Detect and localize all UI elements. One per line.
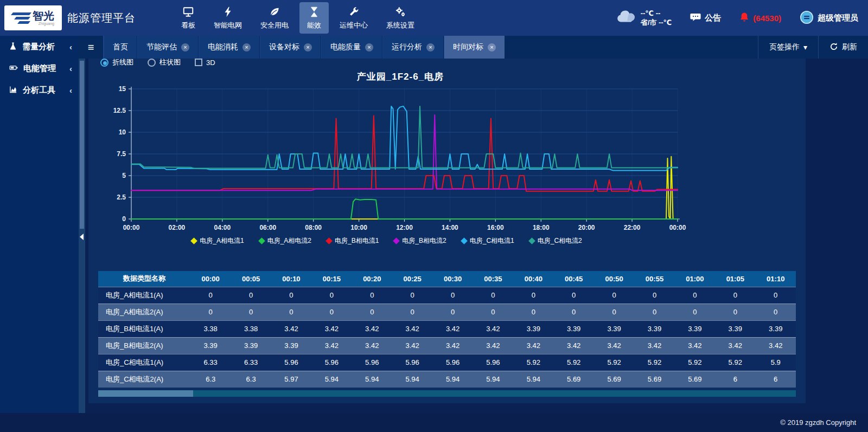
sidebar-item-需量分析[interactable]: 需量分析‹ [0,36,79,57]
value-cell: 0 [675,287,715,304]
topbar: 智光 Zhiguang 能源管理平台 看板智能电网安全用电能效运维中心系统设置 … [0,0,868,36]
table-row[interactable]: 电房_C相电流2(A)6.36.35.975.945.945.945.945.9… [98,371,796,388]
value-cell: 3.42 [554,337,594,354]
x-tick-label: 14:00 [442,224,458,231]
value-cell: 3.39 [190,337,231,354]
y-tick-label: 0 [122,215,126,223]
battery-icon [9,63,18,74]
tab-label: 设备对标 [269,42,299,52]
tab-电能消耗[interactable]: 电能消耗× [199,36,260,59]
value-cell: 5.96 [271,354,311,371]
content-area: 折线图柱状图3D 产业园_1F2-6_电房 02.557.51012.51500… [85,59,868,413]
main-nav: 看板智能电网安全用电能效运维中心系统设置 [174,0,422,36]
table-row[interactable]: 电房_B相电流1(A)3.383.383.423.423.423.423.423… [98,320,796,337]
footer: © 2019 zgzdh Copyright [0,413,868,432]
value-cell: 5.69 [634,371,674,388]
refresh-button[interactable]: 刷新 [818,36,868,59]
table-hscrollbar-track[interactable] [98,390,796,397]
table-row[interactable]: 电房_A相电流2(A)000000000000000 [98,304,796,320]
table-hscrollbar-thumb[interactable] [98,390,193,397]
nav-item-label: 看板 [181,21,195,30]
value-cell: 5.96 [392,354,432,371]
legend-item-电房_B相电流2[interactable]: 电房_B相电流2 [394,236,446,246]
legend-item-电房_C相电流2[interactable]: 电房_C相电流2 [529,236,582,246]
legend-item-电房_A相电流1[interactable]: 电房_A相电流1 [192,236,244,246]
user-menu[interactable]: 超级管理员 [800,10,858,26]
nav-item-看板[interactable]: 看板 [174,2,203,34]
tab-close-icon[interactable]: × [242,43,251,51]
row-name-cell: 电房_B相电流1(A) [98,320,190,337]
sidebar-item-分析工具[interactable]: 分析工具‹ [0,79,79,101]
tab-节能评估[interactable]: 节能评估× [137,36,199,59]
value-cell: 0 [634,287,674,304]
y-tick-label: 12.5 [113,107,126,114]
chevron-down-icon: ▾ [803,43,807,51]
value-cell: 0 [715,304,755,320]
nav-item-系统设置[interactable]: 系统设置 [379,2,422,34]
row-name-cell: 电房_B相电流2(A) [98,337,190,354]
tab-电能质量[interactable]: 电能质量× [321,36,382,59]
tab-运行分析[interactable]: 运行分析× [382,36,444,59]
refresh-icon [829,42,838,53]
tabbar: ≡ 首页节能评估×电能消耗×设备对标×电能质量×运行分析×时间对标× 页签操作 … [79,36,868,59]
legend-item-电房_A相电流2[interactable]: 电房_A相电流2 [259,236,311,246]
value-cell: 0 [190,304,231,320]
nav-item-运维中心[interactable]: 运维中心 [332,2,375,34]
tab-时间对标[interactable]: 时间对标× [444,36,505,59]
value-cell: 0 [271,304,311,320]
table-col-header: 00:00 [190,271,231,287]
radio-折线图[interactable]: 折线图 [100,59,133,67]
tab-close-icon[interactable]: × [488,43,496,51]
sidebar-item-label: 需量分析 [22,42,55,52]
notice-button[interactable]: 公告 [690,12,721,24]
sidebar-collapse-handle[interactable] [80,234,84,240]
value-cell: 3.42 [675,337,715,354]
legend-item-电房_C相电流1[interactable]: 电房_C相电流1 [462,236,514,246]
x-tick-label: 06:00 [259,224,276,231]
tab-首页[interactable]: 首页 [104,36,137,59]
legend-marker [393,237,400,244]
value-cell: 0 [594,287,634,304]
sidebar-item-电能管理[interactable]: 电能管理‹ [0,57,79,79]
value-cell: 0 [513,304,553,320]
table-col-header: 01:10 [755,271,796,287]
row-name-cell: 电房_C相电流2(A) [98,371,190,388]
nav-item-智能电网[interactable]: 智能电网 [206,2,250,34]
value-cell: 6 [755,371,796,388]
nav-item-安全用电[interactable]: 安全用电 [253,2,296,34]
table-col-header: 01:05 [715,271,755,287]
table-row[interactable]: 电房_C相电流1(A)6.336.335.965.965.965.965.965… [98,354,796,371]
x-tick-label: 00:00 [123,224,140,231]
tab-close-icon[interactable]: × [426,43,435,51]
checkbox-3D[interactable]: 3D [195,59,215,67]
tab-close-icon[interactable]: × [365,43,373,51]
x-tick-label: 18:00 [533,224,550,231]
value-cell: 0 [392,287,432,304]
value-cell: 3.42 [634,337,674,354]
alerts-button[interactable]: (64530) [739,12,781,24]
y-tick-label: 15 [119,85,126,93]
table-row[interactable]: 电房_A相电流1(A)000000000000000 [98,287,796,304]
hourglass-icon [308,6,320,18]
logo-stripes-icon [12,12,30,24]
menu-icon[interactable]: ≡ [79,36,104,59]
legend-marker [528,237,535,244]
tab-close-icon[interactable]: × [181,43,189,51]
avatar-icon [800,10,814,26]
wrench-icon [348,6,360,18]
value-cell: 6.3 [231,371,271,388]
radio-柱状图[interactable]: 柱状图 [148,59,181,67]
tab-设备对标[interactable]: 设备对标× [260,36,321,59]
value-cell: 5.92 [594,354,634,371]
legend-item-电房_B相电流1[interactable]: 电房_B相电流1 [327,236,379,246]
line-chart[interactable]: 02.557.51012.51500:0002:0004:0006:0008:0… [93,82,798,233]
sidebar-scrollbar-thumb[interactable] [80,61,84,229]
weather-temp: --℃ -- [641,9,672,18]
tab-operations-button[interactable]: 页签操作 ▾ [758,36,818,59]
nav-item-能效[interactable]: 能效 [299,2,329,34]
value-cell: 3.42 [715,337,755,354]
table-row[interactable]: 电房_B相电流2(A)3.393.393.393.423.423.423.423… [98,337,796,354]
table-col-header: 00:25 [392,271,432,287]
tab-close-icon[interactable]: × [304,43,312,51]
chart-title: 产业园_1F2-6_电房 [121,70,680,83]
